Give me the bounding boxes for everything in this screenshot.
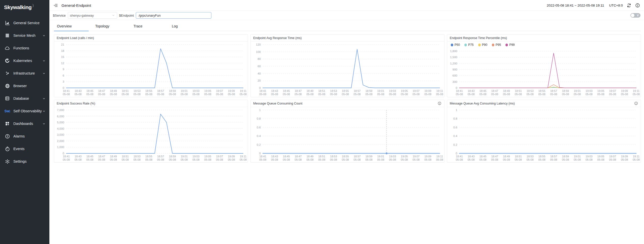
tab-log[interactable]: Log bbox=[169, 23, 207, 31]
svg-text:05-08: 05-08 bbox=[597, 158, 604, 161]
app-logo[interactable]: Skywalking bbox=[0, 0, 49, 15]
service-select-value: shenyu-gateway bbox=[70, 14, 94, 17]
tab-label: Log bbox=[172, 24, 178, 28]
sidebar-item-kubernetes[interactable]: Kubernetes bbox=[0, 54, 49, 67]
info-icon[interactable] bbox=[438, 101, 442, 106]
svg-text:19:01: 19:01 bbox=[181, 155, 188, 158]
collapse-sidebar-icon[interactable] bbox=[52, 2, 58, 8]
svg-text:18:47: 18:47 bbox=[98, 155, 105, 158]
tab-overview[interactable]: Overview bbox=[54, 23, 92, 31]
svg-text:05-08: 05-08 bbox=[330, 158, 337, 161]
svg-text:05-08: 05-08 bbox=[479, 93, 487, 96]
sidebar-item-alarms[interactable]: Alarms bbox=[0, 130, 49, 143]
svg-text:18:51: 18:51 bbox=[122, 89, 129, 92]
globe-icon bbox=[5, 83, 10, 89]
svg-text:18:53: 18:53 bbox=[134, 89, 141, 92]
sidebar-item-infrastructure[interactable]: Infrastructure bbox=[0, 67, 49, 80]
page-title: General-Endpoint bbox=[61, 3, 91, 8]
svg-text:05-08: 05-08 bbox=[377, 158, 384, 161]
svg-text:60: 60 bbox=[257, 65, 261, 68]
svg-text:05-08: 05-08 bbox=[216, 93, 223, 96]
svg-text:18:55: 18:55 bbox=[145, 89, 152, 92]
line-chart[interactable]: 00.20.40.60.8118:4105-0818:4305-0818:450… bbox=[447, 107, 641, 162]
svg-text:300: 300 bbox=[453, 80, 457, 83]
svg-text:05-08: 05-08 bbox=[562, 93, 569, 96]
svg-text:05-08: 05-08 bbox=[169, 93, 176, 96]
legend-dot bbox=[492, 44, 494, 46]
svg-text:18:51: 18:51 bbox=[318, 89, 325, 92]
svg-text:05-08: 05-08 bbox=[204, 93, 211, 96]
chart-panel-endpoint-avg-response-time-ms: Endpoint Avg Response Time (ms) 02040608… bbox=[250, 34, 444, 97]
svg-text:18:53: 18:53 bbox=[134, 155, 141, 158]
sidebar-item-self-observability[interactable]: Sw) Self Observability bbox=[0, 105, 49, 117]
sidebar-item-general-service[interactable]: General Service bbox=[0, 17, 49, 29]
svg-text:05-08: 05-08 bbox=[181, 93, 188, 96]
sidebar-item-settings[interactable]: Settings bbox=[0, 155, 49, 168]
chevron-down-icon bbox=[42, 59, 46, 62]
svg-text:05-08: 05-08 bbox=[436, 158, 443, 161]
svg-text:05-08: 05-08 bbox=[515, 93, 522, 96]
sidebar-item-label: Alarms bbox=[13, 134, 42, 138]
svg-text:18:43: 18:43 bbox=[75, 155, 82, 158]
tab-topology[interactable]: Topology bbox=[92, 23, 131, 31]
chart-title: Endpoint Load (calls / min) bbox=[57, 36, 94, 40]
svg-text:7,000: 7,000 bbox=[57, 109, 64, 112]
legend-item-p90[interactable]: P90 bbox=[478, 43, 487, 47]
legend-dot bbox=[505, 44, 508, 46]
line-chart[interactable]: 03691215182118:4105-0818:4305-0818:4505-… bbox=[54, 42, 248, 97]
svg-text:0.6: 0.6 bbox=[257, 126, 261, 129]
svg-text:18:49: 18:49 bbox=[503, 155, 510, 158]
svg-text:18:53: 18:53 bbox=[527, 89, 534, 92]
svg-text:05-08: 05-08 bbox=[181, 158, 188, 161]
svg-text:18:57: 18:57 bbox=[157, 155, 164, 158]
time-range-picker[interactable]: 2022-05-08 18:41 ~ 2022-05-08 19:11 bbox=[547, 4, 604, 7]
sidebar-item-events[interactable]: Events bbox=[0, 143, 49, 155]
endpoint-input[interactable] bbox=[136, 12, 211, 19]
svg-text:05-08: 05-08 bbox=[609, 93, 616, 96]
svg-text:18:53: 18:53 bbox=[330, 89, 337, 92]
sidebar-item-browser[interactable]: Browser bbox=[0, 80, 49, 92]
chart-panel-body: 00.20.40.60.8118:4105-0818:4305-0818:450… bbox=[251, 107, 444, 162]
sidebar-item-database[interactable]: Database bbox=[0, 92, 49, 105]
svg-text:05-08: 05-08 bbox=[550, 158, 557, 161]
sidebar-item-service-mesh[interactable]: Service Mesh bbox=[0, 29, 49, 42]
legend-item-p99[interactable]: P99 bbox=[505, 43, 514, 47]
info-icon[interactable] bbox=[634, 101, 638, 106]
svg-text:19:09: 19:09 bbox=[424, 89, 431, 92]
legend-item-p50[interactable]: P50 bbox=[451, 43, 460, 47]
sidebar-item-dashboards[interactable]: Dashboards bbox=[0, 117, 49, 130]
infrastructure-icon bbox=[5, 71, 10, 76]
svg-text:05-08: 05-08 bbox=[98, 93, 105, 96]
version-toggle[interactable]: V bbox=[630, 13, 640, 18]
svg-text:1,500: 1,500 bbox=[450, 56, 457, 59]
svg-text:12: 12 bbox=[61, 62, 64, 65]
svg-text:5,000: 5,000 bbox=[57, 121, 64, 124]
svg-text:05-08: 05-08 bbox=[283, 158, 290, 161]
service-select[interactable]: shenyu-gateway bbox=[68, 12, 117, 19]
line-chart[interactable]: 02040608010012018:4105-0818:4305-0818:45… bbox=[251, 42, 444, 97]
tab-trace[interactable]: Trace bbox=[131, 23, 169, 31]
svg-text:1,000: 1,000 bbox=[57, 146, 64, 149]
svg-text:18:53: 18:53 bbox=[527, 155, 534, 158]
line-chart[interactable]: 00.20.40.60.8118:4105-0818:4305-0818:450… bbox=[251, 107, 444, 162]
svg-text:18:59: 18:59 bbox=[169, 89, 176, 92]
sidebar-item-label: Service Mesh bbox=[13, 33, 42, 38]
logo-crescent-icon bbox=[32, 4, 36, 9]
svg-text:05-08: 05-08 bbox=[75, 158, 82, 161]
sidebar-item-label: Kubernetes bbox=[13, 59, 42, 63]
svg-text:18:41: 18:41 bbox=[63, 89, 70, 92]
legend-item-p75[interactable]: P75 bbox=[464, 43, 473, 47]
refresh-icon[interactable] bbox=[626, 3, 631, 8]
svg-text:19:05: 19:05 bbox=[597, 89, 604, 92]
svg-text:05-08: 05-08 bbox=[86, 93, 93, 96]
svg-text:18:49: 18:49 bbox=[306, 89, 313, 92]
svg-text:05-08: 05-08 bbox=[169, 158, 176, 161]
sidebar-item-functions[interactable]: Functions bbox=[0, 42, 49, 54]
svg-text:05-08: 05-08 bbox=[597, 93, 604, 96]
svg-text:19:11: 19:11 bbox=[436, 155, 443, 158]
info-icon[interactable] bbox=[635, 3, 640, 8]
line-chart[interactable]: 01,0002,0003,0004,0005,0006,0007,00018:4… bbox=[54, 107, 248, 162]
legend-item-p95[interactable]: P95 bbox=[492, 43, 501, 47]
line-chart[interactable]: 03006009001,2001,5001,80018:4105-0818:43… bbox=[447, 48, 641, 97]
svg-text:0: 0 bbox=[456, 152, 457, 155]
